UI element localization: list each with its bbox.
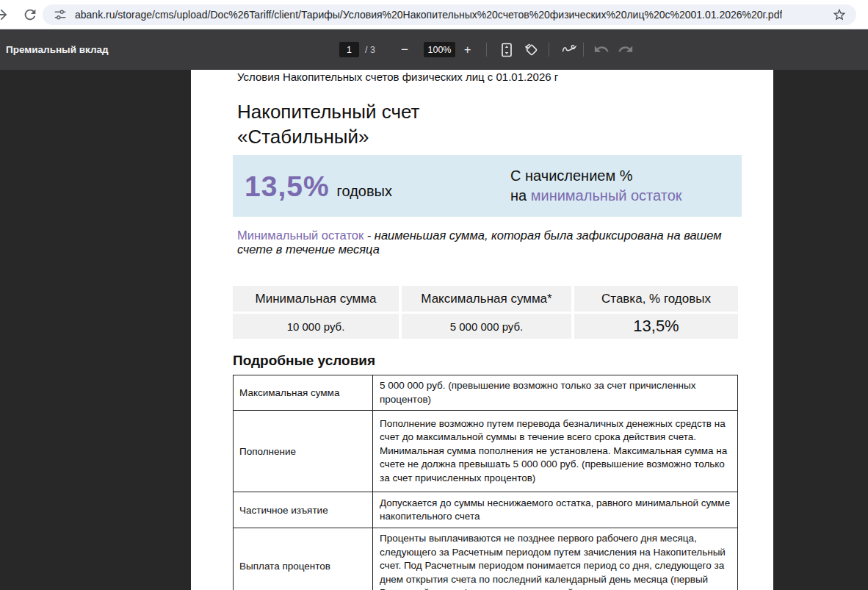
- summary-value: 13,5%: [574, 314, 738, 339]
- page-total-label: / 3: [365, 29, 375, 70]
- document-title-line1: Накопительный счет: [237, 99, 419, 124]
- detail-row-label: Максимальная сумма: [234, 375, 373, 410]
- browser-toolbar: abank.ru/storage/cms/upload/Doc%26Tariff…: [0, 0, 868, 29]
- rate-description-line2: на минимальный остаток: [510, 186, 682, 206]
- reload-icon[interactable]: [22, 7, 38, 23]
- table-row: Пополнение Пополнение возможно путем пер…: [234, 411, 737, 492]
- detail-row-value: Допускается до суммы неснижаемого остатк…: [373, 492, 737, 528]
- details-heading: Подробные условия: [233, 353, 375, 369]
- annotate-draw-icon[interactable]: [560, 41, 577, 59]
- summary-column-min: Минимальная сумма 10 000 руб.: [233, 286, 399, 339]
- rate-value-line: 13,5%годовых: [245, 170, 392, 203]
- detail-row-label: Частичное изъятие: [234, 492, 373, 528]
- url-text: abank.ru/storage/cms/upload/Doc%26Tariff…: [75, 4, 782, 25]
- summary-header: Ставка, % годовых: [574, 286, 738, 312]
- document-title: Накопительный счет «Стабильный»: [237, 99, 419, 149]
- pdf-document-title: Премиальный вклад: [6, 29, 109, 70]
- table-row: Частичное изъятие Допускается до суммы н…: [234, 492, 737, 528]
- pdf-page: Условия Накопительных счетов физических …: [191, 70, 773, 590]
- bookmark-star-icon[interactable]: [832, 7, 847, 22]
- forward-icon[interactable]: [0, 7, 10, 23]
- rate-highlight-box: 13,5%годовых С начислением % на минималь…: [233, 155, 742, 217]
- toolbar-separator: [549, 43, 549, 57]
- document-header-line: Условия Накопительных счетов физических …: [237, 71, 558, 83]
- url-bar[interactable]: abank.ru/storage/cms/upload/Doc%26Tariff…: [43, 4, 856, 25]
- summary-column-max: Максимальная сумма* 5 000 000 руб.: [402, 286, 571, 339]
- table-row: Максимальная сумма 5 000 000 руб. (превы…: [234, 375, 737, 411]
- redo-icon[interactable]: [618, 41, 635, 59]
- detail-row-label: Пополнение: [234, 411, 373, 492]
- rate-value: 13,5%: [245, 170, 330, 202]
- rate-suffix: годовых: [337, 183, 392, 199]
- page-number-input[interactable]: [339, 42, 359, 57]
- toolbar-separator: [486, 43, 487, 57]
- page-number-input-wrap: [339, 29, 359, 70]
- min-balance-term: минимальный остаток: [531, 187, 682, 204]
- rotate-icon[interactable]: [523, 41, 540, 59]
- summary-header: Минимальная сумма: [233, 286, 399, 312]
- document-title-line2: «Стабильный»: [237, 124, 419, 149]
- rate-description-line1: С начислением %: [510, 166, 682, 186]
- undo-icon[interactable]: [593, 41, 611, 59]
- toolbar-separator: [583, 43, 584, 57]
- detail-row-value: 5 000 000 руб. (превышение возможно толь…: [373, 375, 737, 410]
- definition-term: Минимальный остаток: [237, 229, 364, 242]
- table-row: Выплата процентов Проценты выплачиваются…: [234, 528, 737, 590]
- definition-paragraph: Минимальный остаток - наименьшая сумма, …: [237, 229, 728, 256]
- summary-column-rate: Ставка, % годовых 13,5%: [574, 286, 738, 339]
- summary-header: Максимальная сумма*: [402, 286, 571, 312]
- details-table: Максимальная сумма 5 000 000 руб. (превы…: [233, 375, 738, 590]
- summary-value: 5 000 000 руб.: [402, 314, 571, 339]
- summary-value: 10 000 руб.: [233, 314, 399, 339]
- rate-description: С начислением % на минимальный остаток: [510, 166, 682, 206]
- fit-to-page-icon[interactable]: [498, 41, 516, 59]
- zoom-level-input-wrap: [424, 29, 455, 70]
- detail-row-label: Выплата процентов: [234, 528, 373, 590]
- pdf-toolbar: Премиальный вклад / 3 − +: [0, 29, 868, 70]
- pdf-canvas: Условия Накопительных счетов физических …: [0, 70, 868, 590]
- detail-row-value: Пополнение возможно путем перевода безна…: [373, 411, 737, 492]
- summary-table: Минимальная сумма 10 000 руб. Максимальн…: [233, 286, 738, 339]
- site-settings-icon[interactable]: [54, 8, 67, 21]
- zoom-in-button[interactable]: +: [464, 29, 471, 70]
- zoom-level-input[interactable]: [424, 42, 455, 57]
- detail-row-value: Проценты выплачиваются не позднее первог…: [373, 528, 737, 590]
- zoom-out-button[interactable]: −: [401, 29, 408, 70]
